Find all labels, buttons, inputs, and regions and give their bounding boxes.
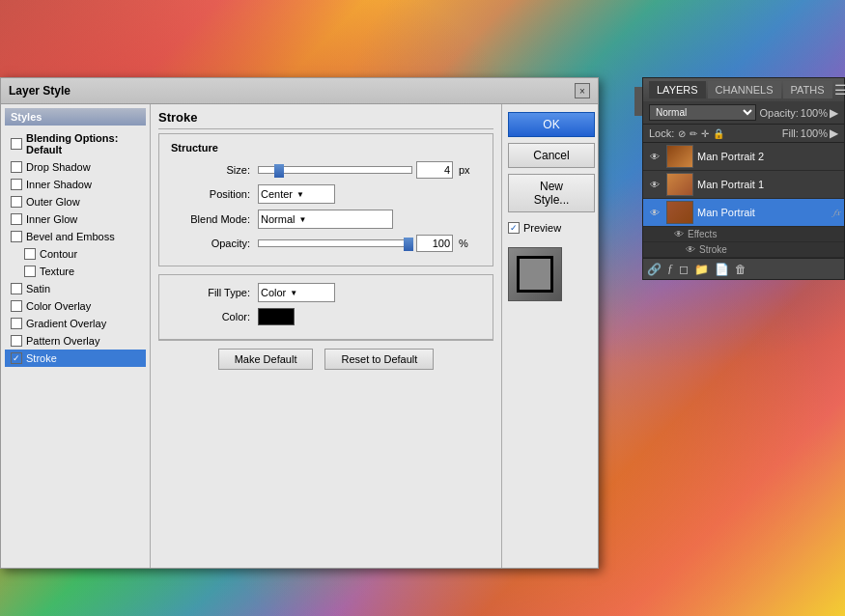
sidebar-item-blending[interactable]: Blending Options: Default: [5, 129, 146, 158]
opacity-control: %: [258, 235, 468, 252]
ok-button[interactable]: OK: [508, 112, 595, 137]
structure-box: Structure Size: px Position:: [158, 133, 493, 266]
inner-glow-checkbox[interactable]: [11, 213, 22, 225]
sidebar-item-bevel[interactable]: Bevel and Emboss: [5, 228, 146, 245]
position-row: Position: Center ▼: [171, 184, 481, 204]
size-slider-thumb[interactable]: [274, 164, 284, 178]
opacity-arrow[interactable]: ▶: [830, 106, 838, 120]
contour-checkbox[interactable]: [24, 248, 36, 260]
stroke-checkbox[interactable]: ✓: [11, 352, 22, 364]
bevel-checkbox[interactable]: [11, 231, 22, 242]
link-layers-icon[interactable]: 🔗: [647, 263, 662, 276]
sidebar-item-inner-shadow[interactable]: Inner Shadow: [5, 176, 146, 193]
panel-expand-handle[interactable]: [634, 87, 642, 116]
preview-swatch: [508, 247, 562, 301]
fill-type-box: Fill Type: Color ▼ Color:: [158, 274, 493, 340]
sidebar-item-pattern-overlay[interactable]: Pattern Overlay: [5, 332, 146, 350]
new-layer-icon[interactable]: 📄: [715, 263, 729, 276]
opacity-row: Opacity: 100% ▶: [760, 106, 839, 120]
preview-row: ✓ Preview: [508, 222, 592, 234]
new-style-button[interactable]: New Style...: [508, 174, 595, 212]
layer-eye-portrait1[interactable]: 👁: [647, 177, 662, 192]
size-slider-track[interactable]: [258, 166, 412, 174]
layer-row-portrait1[interactable]: 👁 Man Portrait 1: [643, 171, 844, 199]
pattern-overlay-checkbox[interactable]: [11, 335, 22, 347]
inner-shadow-checkbox[interactable]: [11, 179, 22, 190]
lock-paint-icon[interactable]: ✏: [690, 128, 697, 139]
size-input[interactable]: [416, 161, 453, 179]
layer-thumb-man-portrait: [666, 201, 693, 224]
sidebar-item-gradient-overlay[interactable]: Gradient Overlay: [5, 315, 146, 332]
position-label: Position:: [171, 188, 258, 200]
size-unit: px: [459, 164, 470, 176]
opacity-row: Opacity: %: [171, 235, 481, 252]
opacity-slider-track[interactable]: [258, 239, 412, 247]
fill-row: Fill: 100% ▶: [782, 126, 838, 140]
layers-list: 👁 Man Portrait 2 👁 Man Portrait 1 👁 Man …: [643, 143, 844, 258]
tab-layers[interactable]: LAYERS: [649, 81, 706, 98]
opacity-input[interactable]: [416, 235, 453, 252]
lock-move-icon[interactable]: ✛: [701, 128, 709, 139]
eye-stroke-icon[interactable]: 👁: [686, 244, 695, 255]
make-default-button[interactable]: Make Default: [218, 349, 314, 370]
position-select[interactable]: Center ▼: [258, 184, 335, 204]
layer-row-man-portrait[interactable]: 👁 Man Portrait 𝑓𝑥: [643, 199, 844, 227]
opacity-slider-thumb[interactable]: [404, 238, 413, 251]
layer-eye-portrait2[interactable]: 👁: [647, 149, 662, 164]
sidebar-item-drop-shadow[interactable]: Drop Shadow: [5, 158, 146, 176]
fill-arrow[interactable]: ▶: [830, 126, 838, 140]
gradient-overlay-checkbox[interactable]: [11, 318, 22, 329]
add-mask-icon[interactable]: ◻: [679, 263, 689, 276]
eye-effects-icon[interactable]: 👁: [674, 229, 684, 239]
texture-checkbox[interactable]: [24, 266, 36, 277]
effects-sub-item: 👁 Effects: [674, 228, 840, 240]
sidebar-item-satin[interactable]: Satin: [5, 280, 146, 297]
fill-type-row: Fill Type: Color ▼: [171, 283, 481, 302]
drop-shadow-checkbox[interactable]: [11, 161, 22, 173]
blend-mode-label: Blend Mode:: [171, 213, 258, 225]
folder-icon[interactable]: 📁: [694, 263, 709, 276]
layer-name-man-portrait: Man Portrait: [697, 207, 830, 218]
bottom-buttons: Make Default Reset to Default: [158, 340, 493, 378]
layer-eye-man-portrait[interactable]: 👁: [647, 205, 662, 220]
styles-panel: Styles Blending Options: Default Drop Sh…: [1, 104, 151, 568]
layer-sub-stroke: 👁 Stroke: [643, 242, 844, 258]
ps-panel-header: LAYERS CHANNELS PATHS ☰: [643, 78, 844, 101]
reset-to-default-button[interactable]: Reset to Default: [324, 349, 434, 370]
cancel-button[interactable]: Cancel: [508, 143, 595, 168]
structure-header: Structure: [171, 142, 481, 154]
styles-header: Styles: [5, 108, 146, 126]
sidebar-item-texture[interactable]: Texture: [5, 263, 146, 280]
layer-fx-man-portrait: 𝑓𝑥: [833, 208, 840, 218]
lock-transparent-icon[interactable]: ⊘: [678, 128, 686, 139]
position-control: Center ▼: [258, 184, 335, 204]
panel-menu-icon[interactable]: ☰: [834, 82, 845, 98]
color-swatch[interactable]: [258, 308, 295, 325]
fx-icon[interactable]: ƒ: [667, 262, 673, 276]
color-overlay-checkbox[interactable]: [11, 300, 22, 312]
lock-all-icon[interactable]: 🔒: [713, 128, 724, 139]
sidebar-item-contour[interactable]: Contour: [5, 245, 146, 263]
tab-channels[interactable]: CHANNELS: [708, 81, 781, 98]
close-button[interactable]: ×: [575, 83, 590, 98]
delete-layer-icon[interactable]: 🗑: [735, 263, 746, 276]
layer-row-portrait2[interactable]: 👁 Man Portrait 2: [643, 143, 844, 171]
tab-paths[interactable]: PATHS: [783, 81, 832, 98]
sidebar-item-color-overlay[interactable]: Color Overlay: [5, 297, 146, 315]
layer-blend-mode-select[interactable]: Normal: [649, 104, 756, 121]
sidebar-item-outer-glow[interactable]: Outer Glow: [5, 193, 146, 210]
size-control: px: [258, 161, 470, 179]
fill-label: Fill:: [782, 127, 799, 139]
outer-glow-checkbox[interactable]: [11, 196, 22, 208]
blend-mode-row: Blend Mode: Normal ▼: [171, 210, 481, 229]
satin-checkbox[interactable]: [11, 283, 22, 294]
blending-checkbox[interactable]: [11, 138, 22, 150]
lock-row: Lock: ⊘ ✏ ✛ 🔒 Fill: 100% ▶: [643, 125, 844, 143]
dialog-body: Styles Blending Options: Default Drop Sh…: [1, 104, 598, 568]
dialog-title: Layer Style: [9, 84, 70, 98]
preview-checkbox[interactable]: ✓: [508, 222, 520, 234]
blend-mode-select[interactable]: Normal ▼: [258, 210, 393, 229]
sidebar-item-inner-glow[interactable]: Inner Glow: [5, 210, 146, 228]
sidebar-item-stroke[interactable]: ✓ Stroke: [5, 350, 146, 367]
fill-type-select[interactable]: Color ▼: [258, 283, 335, 302]
